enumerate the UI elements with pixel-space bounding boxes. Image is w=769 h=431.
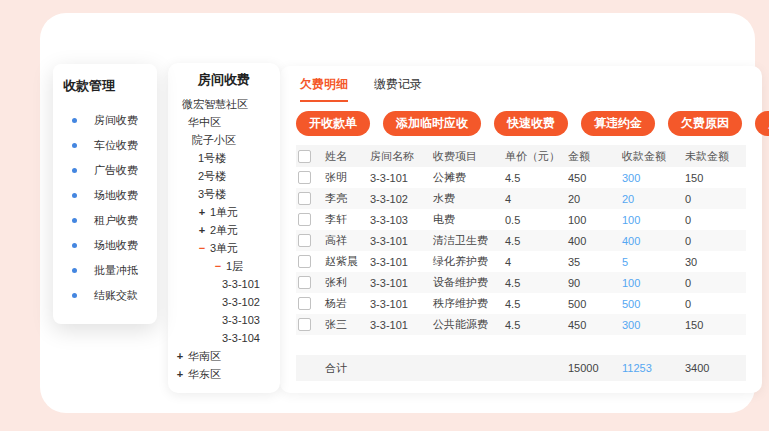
menu-checkout-payment[interactable]: 结账交款 bbox=[53, 283, 157, 308]
row-checkbox[interactable] bbox=[298, 234, 311, 247]
menu-item-label: 广告收费 bbox=[94, 163, 138, 178]
menu-venue-charges[interactable]: 场地收费 bbox=[53, 183, 157, 208]
quick-charge-button[interactable]: 快速收费 bbox=[494, 111, 568, 136]
row-select-cell bbox=[296, 293, 323, 314]
tree-node-label: 院子小区 bbox=[192, 134, 236, 146]
tree-node-2号楼[interactable]: 2号楼 bbox=[168, 167, 280, 185]
tree-node-1单元[interactable]: +1单元 bbox=[168, 203, 280, 221]
table-row: 赵紫晨3-3-101绿化养护费435530 bbox=[296, 251, 746, 272]
tree-node-3-3-101[interactable]: 3-3-101 bbox=[168, 275, 280, 293]
menu-tenant-charges[interactable]: 租户收费 bbox=[53, 208, 157, 233]
menu-ad-charges[interactable]: 广告收费 bbox=[53, 158, 157, 183]
row-select-cell bbox=[296, 167, 323, 188]
tree-node-label: 华中区 bbox=[188, 116, 221, 128]
spacer-cell bbox=[368, 335, 431, 355]
tree-node-3-3-103[interactable]: 3-3-103 bbox=[168, 311, 280, 329]
cell-unit-price: 0.5 bbox=[503, 209, 566, 230]
menu-batch-offset[interactable]: 批量冲抵 bbox=[53, 258, 157, 283]
row-checkbox[interactable] bbox=[298, 171, 311, 184]
cell-unit-price: 4.5 bbox=[503, 314, 566, 335]
tab-bar: 欠费明细缴费记录 bbox=[296, 76, 746, 102]
tree-node-1号楼[interactable]: 1号楼 bbox=[168, 149, 280, 167]
menu-parking-charges[interactable]: 车位收费 bbox=[53, 133, 157, 158]
cell-room: 3-3-102 bbox=[368, 188, 431, 209]
bullet-dot-icon bbox=[72, 293, 77, 298]
tree-node-微宏智慧社区[interactable]: 微宏智慧社区 bbox=[168, 95, 280, 113]
tree-node-label: 3-3-102 bbox=[222, 296, 260, 308]
menu-room-charges[interactable]: 房间收费 bbox=[53, 108, 157, 133]
cell-amount: 500 bbox=[566, 293, 620, 314]
column-header: 房间名称 bbox=[368, 145, 431, 167]
open-receipt-button[interactable]: 开收款单 bbox=[296, 111, 370, 136]
tree-node-华中区[interactable]: 华中区 bbox=[168, 113, 280, 131]
tree-title: 房间收费 bbox=[168, 71, 280, 89]
row-checkbox[interactable] bbox=[298, 255, 311, 268]
cell-name: 高祥 bbox=[323, 230, 368, 251]
collapse-minus-icon[interactable]: − bbox=[198, 239, 206, 257]
tree-node-label: 3号楼 bbox=[198, 188, 226, 200]
cell-room: 3-3-101 bbox=[368, 230, 431, 251]
row-checkbox[interactable] bbox=[298, 297, 311, 310]
total-empty bbox=[503, 355, 566, 381]
total-select-cell bbox=[296, 355, 323, 381]
tree-node-1层[interactable]: −1层 bbox=[168, 257, 280, 275]
table-row: 张利3-3-101设备维护费4.5901000 bbox=[296, 272, 746, 293]
tab-arrears-details[interactable]: 欠费明细 bbox=[300, 76, 348, 102]
tree-node-3-3-104[interactable]: 3-3-104 bbox=[168, 329, 280, 347]
tab-payment-records[interactable]: 缴费记录 bbox=[374, 76, 422, 102]
cell-unpaid: 0 bbox=[683, 188, 746, 209]
tree-node-3号楼[interactable]: 3号楼 bbox=[168, 185, 280, 203]
add-temp-receivable-button[interactable]: 添加临时应收 bbox=[383, 111, 481, 136]
table-spacer-row bbox=[296, 335, 746, 355]
tree-node-label: 3-3-104 bbox=[222, 332, 260, 344]
table-row: 李轩3-3-103电费0.51001000 bbox=[296, 209, 746, 230]
cell-room: 3-3-103 bbox=[368, 209, 431, 230]
tree-node-label: 华南区 bbox=[188, 350, 221, 362]
cell-unit-price: 4 bbox=[503, 188, 566, 209]
menu-venue-charges-2[interactable]: 场地收费 bbox=[53, 233, 157, 258]
cell-amount: 450 bbox=[566, 167, 620, 188]
tree-node-label: 微宏智慧社区 bbox=[182, 98, 248, 110]
tree-node-2单元[interactable]: +2单元 bbox=[168, 221, 280, 239]
cell-name: 杨岩 bbox=[323, 293, 368, 314]
tree-node-3-3-102[interactable]: 3-3-102 bbox=[168, 293, 280, 311]
tree-node-label: 3单元 bbox=[210, 242, 238, 254]
popup-menu-list: 房间收费车位收费广告收费场地收费租户收费场地收费批量冲抵结账交款 bbox=[53, 108, 157, 308]
row-checkbox[interactable] bbox=[298, 192, 311, 205]
row-checkbox[interactable] bbox=[298, 276, 311, 289]
expand-plus-icon[interactable]: + bbox=[176, 365, 184, 383]
cell-item: 电费 bbox=[431, 209, 503, 230]
total-received: 11253 bbox=[620, 355, 683, 381]
cell-item: 清洁卫生费 bbox=[431, 230, 503, 251]
expand-plus-icon[interactable]: + bbox=[198, 221, 206, 239]
spacer-cell bbox=[683, 335, 746, 355]
tree-node-3单元[interactable]: −3单元 bbox=[168, 239, 280, 257]
row-checkbox[interactable] bbox=[298, 318, 311, 331]
row-select-cell bbox=[296, 230, 323, 251]
periodic-billing-button[interactable]: 周期规整计费 bbox=[755, 111, 769, 136]
expand-plus-icon[interactable]: + bbox=[176, 347, 184, 365]
bullet-dot-icon bbox=[72, 243, 77, 248]
cell-room: 3-3-101 bbox=[368, 314, 431, 335]
expand-plus-icon[interactable]: + bbox=[198, 203, 206, 221]
tree-node-华南区[interactable]: +华南区 bbox=[168, 347, 280, 365]
table-row: 高祥3-3-101清洁卫生费4.54004000 bbox=[296, 230, 746, 251]
tree-node-院子小区[interactable]: 院子小区 bbox=[168, 131, 280, 149]
cell-amount: 450 bbox=[566, 314, 620, 335]
calc-penalty-button[interactable]: 算违约金 bbox=[581, 111, 655, 136]
arrears-reason-button[interactable]: 欠费原因 bbox=[668, 111, 742, 136]
cell-unit-price: 4 bbox=[503, 251, 566, 272]
row-checkbox[interactable] bbox=[298, 213, 311, 226]
cell-received: 100 bbox=[620, 209, 683, 230]
tree-node-华东区[interactable]: +华东区 bbox=[168, 365, 280, 383]
spacer-cell bbox=[503, 335, 566, 355]
cell-item: 公摊费 bbox=[431, 167, 503, 188]
cell-unit-price: 4.5 bbox=[503, 293, 566, 314]
cell-unit-price: 4.5 bbox=[503, 272, 566, 293]
cell-unpaid: 150 bbox=[683, 167, 746, 188]
cell-received: 300 bbox=[620, 167, 683, 188]
collapse-minus-icon[interactable]: − bbox=[214, 257, 222, 275]
table-row: 张三3-3-101公共能源费4.5450300150 bbox=[296, 314, 746, 335]
select-all-checkbox[interactable] bbox=[298, 150, 311, 163]
cell-unit-price: 4.5 bbox=[503, 167, 566, 188]
